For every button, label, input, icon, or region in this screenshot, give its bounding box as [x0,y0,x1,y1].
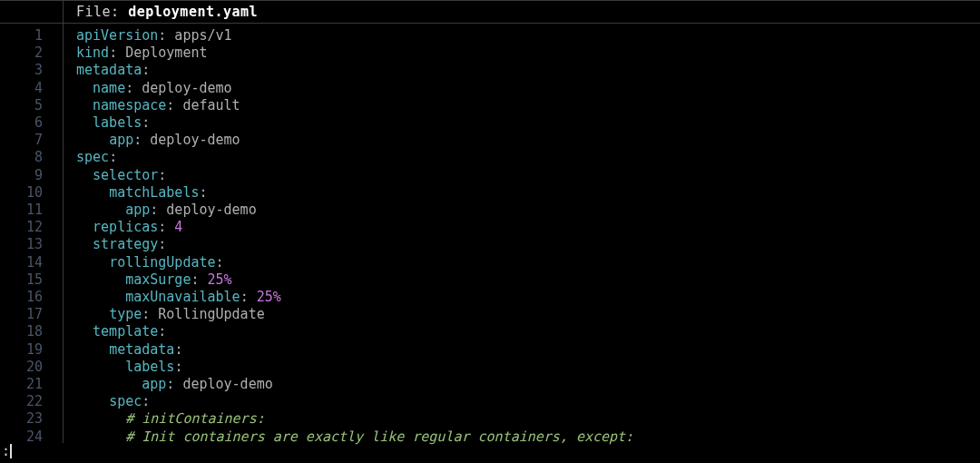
code-line[interactable]: metadata: [76,341,980,359]
code-line[interactable]: replicas: 4 [76,219,980,236]
code-line[interactable]: spec: [76,149,980,166]
code-line[interactable]: metadata: [76,62,980,79]
line-number: 1 [0,27,63,44]
line-number: 9 [0,167,63,184]
code-line[interactable]: maxUnavailable: 25% [76,289,980,306]
file-label: File: deployment.yaml [64,4,258,20]
file-prefix: File: [76,4,128,20]
line-number: 12 [0,219,63,236]
line-number: 10 [0,184,63,202]
code-line[interactable]: namespace: default [76,97,980,114]
line-number: 17 [0,306,63,323]
line-number: 15 [0,271,63,289]
line-number: 19 [0,341,63,359]
line-number: 23 [0,410,63,428]
code-line[interactable]: app: deploy-demo [76,132,980,149]
line-number: 22 [0,393,63,410]
code-line[interactable]: maxSurge: 25% [76,271,980,289]
code-line[interactable]: apiVersion: apps/v1 [76,27,980,44]
line-number: 18 [0,323,63,340]
line-number: 6 [0,114,63,132]
code-line[interactable]: app: deploy-demo [76,376,980,393]
code-area[interactable]: apiVersion: apps/v1kind: Deploymentmetad… [64,24,980,443]
line-number: 4 [0,80,63,97]
line-number: 16 [0,289,63,306]
cursor-icon [10,444,12,458]
line-number: 8 [0,149,63,166]
line-number: 21 [0,376,63,393]
code-line[interactable]: labels: [76,359,980,376]
code-line[interactable]: template: [76,323,980,340]
file-header: File: deployment.yaml [0,0,980,24]
line-number: 14 [0,254,63,271]
line-number: 11 [0,202,63,219]
header-gutter [0,1,64,23]
code-line[interactable]: labels: [76,114,980,132]
line-number: 20 [0,359,63,376]
code-line[interactable]: selector: [76,167,980,184]
code-line[interactable]: name: deploy-demo [76,80,980,97]
file-name: deployment.yaml [128,4,258,20]
code-line[interactable]: # initContainers: [76,410,980,428]
code-line[interactable]: spec: [76,393,980,410]
command-prompt: : [2,443,10,459]
line-number: 5 [0,97,63,114]
line-number: 3 [0,62,63,79]
code-line[interactable]: app: deploy-demo [76,202,980,219]
code-line[interactable]: rollingUpdate: [76,254,980,271]
line-number: 13 [0,236,63,253]
code-line[interactable]: kind: Deployment [76,44,980,62]
code-line[interactable]: strategy: [76,236,980,253]
status-bar[interactable]: : [0,443,980,463]
editor-area[interactable]: 123456789101112131415161718192021222324 … [0,24,980,443]
line-number-gutter: 123456789101112131415161718192021222324 [0,24,64,443]
code-line[interactable]: type: RollingUpdate [76,306,980,323]
line-number: 7 [0,132,63,149]
line-number: 2 [0,44,63,62]
code-line[interactable]: matchLabels: [76,184,980,202]
